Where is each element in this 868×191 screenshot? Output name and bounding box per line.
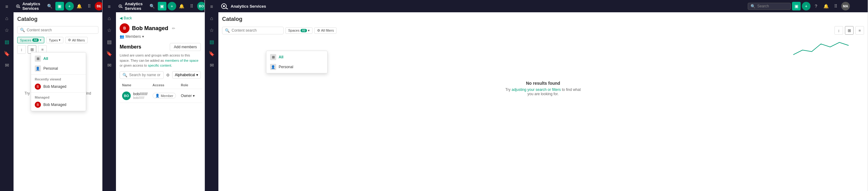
topnav-actions-2: 🔍 ▣ + 🔔 ⠿ BO (148, 2, 205, 10)
sidebar-catalog-icon-3[interactable]: ▤ (206, 36, 217, 47)
search-btn-2[interactable]: 🔍 (148, 2, 157, 10)
sidebar-messaging-icon[interactable]: ✉ (1, 60, 12, 71)
bell-btn-2[interactable]: 🔔 (178, 2, 186, 10)
search-input-1[interactable] (27, 28, 96, 32)
list-btn-3[interactable]: ≡ (856, 26, 864, 35)
apps-btn-1[interactable]: ⠿ (85, 2, 93, 10)
bell-btn-3[interactable]: 🔔 (822, 2, 830, 10)
apps-btn-2[interactable]: ⠿ (187, 2, 196, 10)
all-filters-btn-1[interactable]: ⚙ All filters (65, 37, 88, 43)
dropdown-personal-item-1[interactable]: 👤 Personal (31, 64, 86, 73)
svg-line-5 (122, 7, 123, 8)
members-desc-2: Listed are users and groups with access … (120, 53, 201, 68)
dropdown-personal-item-3[interactable]: 👤 Personal (267, 62, 327, 72)
catalog-title-3: Catalog (222, 16, 864, 23)
divider-2 (31, 92, 86, 93)
back-btn-2[interactable]: ◀ Back (120, 16, 201, 20)
col-access: Access (150, 81, 178, 89)
spaces-dropdown-3: ⊞ All 👤 Personal (266, 51, 328, 73)
sort-btn-3[interactable]: ↕ (835, 26, 843, 35)
search-input-3[interactable] (231, 28, 281, 33)
spaces-filter-1[interactable]: Spaces All ▾ (17, 37, 44, 43)
topnav-1: Analytics Services 🔍 ▣ + 🔔 ⠿ BE (13, 0, 102, 12)
members-title-2: Members (120, 44, 141, 50)
add-members-btn-2[interactable]: Add members (170, 43, 201, 51)
monitor-btn-2[interactable]: ▣ (158, 2, 166, 10)
space-avatar-2: B (120, 23, 129, 33)
spaces-dropdown-btn-3[interactable]: Spaces All ▾ (285, 27, 312, 34)
sidebar-favorites-icon-2[interactable]: ☆ (104, 25, 115, 36)
sidebar-favorites-icon[interactable]: ☆ (1, 25, 12, 36)
avatar-btn-2[interactable]: BO (197, 2, 205, 10)
dropdown-all-item-1[interactable]: ⊞ All (31, 54, 86, 64)
panel-body-2: ◀ Back B Bob Managed ✏ 👥 Members ▾ Membe… (116, 12, 205, 191)
topnav-2: Analytics Services 🔍 ▣ + 🔔 ⠿ BO (116, 0, 205, 12)
bell-btn-1[interactable]: 🔔 (75, 2, 84, 10)
monitor-btn-3[interactable]: ▣ (792, 2, 801, 10)
edit-icon-2[interactable]: ✏ (172, 26, 175, 31)
sidebar-bookmarks-icon-2[interactable]: 🔖 (104, 48, 115, 59)
members-search-2: 🔍 (120, 71, 164, 79)
dropdown-bob-managed-1[interactable]: B Bob Managed (31, 100, 86, 110)
monitor-btn-1[interactable]: ▣ (55, 2, 64, 10)
members-link-2[interactable]: 👥 Members ▾ (120, 34, 201, 39)
grid-btn-3[interactable]: ⊞ (845, 26, 854, 35)
members-link-inline[interactable]: members of the space (165, 59, 198, 62)
apps-btn-3[interactable]: ⠿ (831, 2, 840, 10)
add-btn-1[interactable]: + (65, 2, 74, 10)
member-name-cell: BO bob//////// bob/////// (120, 89, 150, 103)
sidebar-menu-icon-2[interactable]: ≡ (104, 1, 115, 12)
specific-content-link[interactable]: specific content (148, 64, 171, 67)
avatar-btn-1[interactable]: BE (95, 2, 102, 10)
dropdown-bob-recently-1[interactable]: B Bob Managed (31, 82, 86, 91)
sort-btn-1[interactable]: ↕ (17, 45, 26, 54)
sidebar-messaging-icon-2[interactable]: ✉ (104, 60, 115, 71)
members-icon-2: 👥 (120, 34, 124, 39)
search-icon-2: 🔍 (122, 73, 127, 77)
sidebar-2: ≡ ⌂ ☆ ▤ 🔖 ✉ (102, 0, 116, 191)
sidebar-messaging-icon-3[interactable]: ✉ (206, 60, 217, 71)
topbar-search-input-3[interactable] (757, 4, 788, 8)
sidebar-favorites-icon-3[interactable]: ☆ (206, 25, 217, 36)
avatar-btn-3[interactable]: MA (841, 2, 850, 10)
table-row: BO bob//////// bob/////// 👤 Member (120, 89, 202, 103)
topnav-3: Analytics Services 🔍 ▣ + ? 🔔 ⠿ MA (218, 0, 868, 12)
filter-icon-2[interactable]: ⚙ (166, 73, 170, 77)
panel-body-3: Catalog 🔍 Spaces All ▾ ⚙ All filters (218, 12, 868, 191)
svg-point-1 (17, 5, 19, 7)
topnav-actions-3: 🔍 ▣ + ? 🔔 ⠿ MA (748, 2, 865, 10)
sidebar-catalog-icon[interactable]: ▤ (1, 36, 12, 47)
search-icon-topbar: 🔍 (750, 4, 755, 9)
member-email-1: bob/////// (133, 96, 148, 100)
member-icon: 👤 (155, 94, 160, 98)
add-btn-3[interactable]: + (802, 2, 810, 10)
sidebar-home-icon[interactable]: ⌂ (1, 13, 12, 24)
sidebar-home-icon-2[interactable]: ⌂ (104, 13, 115, 24)
all-filters-btn-3[interactable]: ⚙ All filters (314, 27, 337, 34)
access-badge-1: 👤 Member (153, 93, 176, 99)
logo-2: Analytics Services (118, 2, 146, 11)
adjust-link-3[interactable]: adjusting your search or filters (512, 87, 561, 92)
members-search-input-2[interactable] (129, 73, 161, 77)
types-filter-1[interactable]: Types ▾ (46, 37, 63, 43)
main-content-3: Analytics Services 🔍 ▣ + ? 🔔 ⠿ MA Catalo… (218, 0, 868, 191)
dropdown-all-item-3[interactable]: ⊞ All (267, 52, 327, 62)
role-select-1[interactable]: Owner ▾ (181, 94, 195, 98)
sidebar-bookmarks-icon-3[interactable]: 🔖 (206, 48, 217, 59)
member-role-cell: Owner ▾ (178, 89, 197, 103)
filter-row-3: 🔍 Spaces All ▾ ⚙ All filters ↕ ⊞ ≡ (222, 26, 864, 35)
add-btn-2[interactable]: + (167, 2, 176, 10)
sidebar-menu-icon-3[interactable]: ≡ (206, 1, 217, 12)
member-name-1: bob//////// (133, 92, 148, 96)
filter-row-1: Spaces All ▾ Types ▾ ⚙ All filters ↕ ⊞ ≡ (17, 37, 98, 54)
help-btn-3[interactable]: ? (812, 2, 820, 10)
sidebar-menu-icon[interactable]: ≡ (1, 1, 12, 12)
bob-icon-recently-1: B (35, 83, 41, 90)
sidebar-home-icon-3[interactable]: ⌂ (206, 13, 217, 24)
sort-btn-2[interactable]: Alphabetical ▾ (172, 71, 201, 79)
sidebar-catalog-icon-2[interactable]: ▤ (104, 36, 115, 47)
sidebar-bookmarks-icon[interactable]: 🔖 (1, 48, 12, 59)
svg-point-4 (120, 5, 121, 7)
all-icon-1: ⊞ (35, 55, 41, 62)
search-btn-1[interactable]: 🔍 (45, 2, 54, 10)
